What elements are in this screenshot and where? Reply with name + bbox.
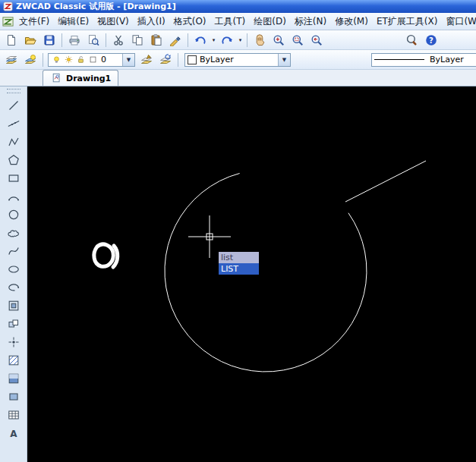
gradient-icon[interactable] (4, 369, 24, 388)
polygon-icon[interactable] (4, 151, 24, 169)
title-bar: ZWCAD Classic 试用版 - [Drawing1] (0, 0, 476, 13)
toolbar-separator (188, 33, 188, 47)
menu-item-0[interactable]: 文件(F) (15, 14, 53, 30)
menu-item-7[interactable]: 标注(N) (291, 14, 330, 30)
layer-properties-icon[interactable] (2, 52, 20, 68)
toolbar-separator (43, 53, 43, 67)
find-icon[interactable] (403, 32, 421, 49)
autocomplete-suggestion-list[interactable]: LIST (219, 263, 259, 275)
zoom-realtime-icon[interactable] (270, 32, 288, 49)
zoom-previous-icon[interactable] (307, 32, 326, 49)
make-layer-current-icon[interactable] (137, 52, 156, 68)
menu-item-3[interactable]: 插入(I) (134, 14, 169, 30)
insert-block-icon[interactable] (4, 297, 24, 315)
layer-combo[interactable]: 0 ▼ (48, 53, 135, 67)
linetype-combo-value: ByLayer (430, 55, 464, 64)
toolbar-separator (106, 33, 106, 47)
menu-item-9[interactable]: ET扩展工具(X) (373, 14, 442, 30)
rectangle-icon[interactable] (4, 169, 24, 187)
standard-toolbar: ▾▾? (0, 30, 476, 50)
dropdown-arrow-icon[interactable]: ▾ (237, 33, 244, 48)
hatch-icon[interactable] (4, 351, 24, 369)
svg-text:?: ? (429, 36, 433, 44)
layer-tool-icons (2, 52, 39, 68)
layer-combo-value: 0 (101, 55, 106, 64)
unlock-icon (75, 54, 87, 66)
copy-icon[interactable] (128, 32, 147, 49)
properties-toolbar: 0 ▼ ByLayer ▼ ByLayer (0, 50, 476, 70)
open-icon[interactable] (21, 32, 39, 49)
menu-item-6[interactable]: 绘图(D) (250, 14, 290, 30)
revcloud-icon[interactable] (4, 224, 24, 242)
toolbar-separator (61, 33, 62, 47)
xline-icon[interactable] (4, 115, 24, 133)
zoom-window-icon[interactable] (288, 32, 307, 49)
menu-item-1[interactable]: 编辑(E) (54, 14, 93, 30)
layer-action-icons (137, 52, 175, 68)
spline-icon[interactable] (4, 242, 24, 260)
draw-tool-icons: A (4, 96, 24, 442)
sun-icon (63, 54, 74, 66)
menu-item-10[interactable]: 窗口(W) (442, 14, 476, 30)
drawing-file-icon (50, 72, 63, 85)
make-block-icon[interactable] (4, 315, 24, 333)
color-combo[interactable]: ByLayer ▼ (184, 53, 291, 67)
help-icon[interactable]: ? (422, 32, 440, 49)
command-input-text: list (219, 252, 259, 263)
line-icon[interactable] (4, 96, 24, 115)
save-icon[interactable] (40, 32, 58, 49)
tab-label: Drawing1 (66, 74, 111, 83)
menu-item-2[interactable]: 视图(V) (93, 14, 133, 30)
draw-toolbar: A (0, 86, 27, 462)
current-color-swatch (188, 55, 197, 64)
svg-text:A: A (10, 429, 17, 439)
matchprops-icon[interactable] (166, 32, 184, 49)
polyline-icon[interactable] (4, 133, 24, 151)
paste-icon[interactable] (147, 32, 165, 49)
toolbar-drag-handle[interactable] (7, 89, 20, 93)
app-logo-icon (3, 2, 13, 11)
document-tabs: Drawing1 (43, 70, 118, 86)
menu-item-8[interactable]: 修改(M) (331, 14, 372, 30)
chevron-down-icon[interactable]: ▼ (278, 54, 290, 66)
window-title: ZWCAD Classic 试用版 - [Drawing1] (16, 1, 176, 12)
swatch-icon (87, 54, 99, 66)
new-icon[interactable] (2, 32, 20, 49)
linetype-sample-line (374, 59, 424, 60)
cut-icon[interactable] (109, 32, 128, 49)
toolbar-separator (247, 33, 247, 47)
zwcad-menu-icon[interactable] (2, 14, 14, 28)
plot-icon[interactable] (65, 32, 84, 49)
arc-icon[interactable] (4, 187, 24, 206)
chevron-down-icon[interactable]: ▼ (122, 54, 134, 66)
redo-icon[interactable] (218, 32, 236, 49)
layer-previous-icon[interactable] (156, 52, 175, 68)
dropdown-arrow-icon[interactable]: ▾ (210, 33, 217, 48)
menu-item-4[interactable]: 格式(O) (170, 14, 210, 30)
menu-bar-items: 文件(F)编辑(E)视图(V)插入(I)格式(O)工具(T)绘图(D)标注(N)… (15, 14, 476, 30)
circle-icon[interactable] (4, 206, 24, 224)
document-tab[interactable]: Drawing1 (43, 70, 118, 86)
menu-item-5[interactable]: 工具(T) (211, 14, 250, 30)
color-combo-value: ByLayer (200, 55, 234, 64)
point-icon[interactable] (4, 333, 24, 351)
linetype-combo[interactable]: ByLayer (371, 53, 476, 67)
region-icon[interactable] (4, 388, 24, 406)
ellipse-arc-icon[interactable] (4, 278, 24, 297)
mtext-icon[interactable]: A (4, 424, 24, 442)
layer-state-glyphs (51, 54, 99, 66)
layer-states-icon[interactable] (21, 52, 39, 68)
undo-icon[interactable] (191, 32, 210, 49)
bulb-on-icon (51, 54, 62, 66)
table-icon[interactable] (4, 406, 24, 424)
pan-icon[interactable] (251, 32, 269, 49)
toolbar-spacer (326, 39, 402, 40)
command-autocomplete: list LIST (219, 252, 259, 275)
document-tab-bar: Drawing1 (0, 70, 476, 86)
toolbar-separator (178, 53, 178, 67)
ellipse-icon[interactable] (4, 260, 24, 278)
menu-bar: 文件(F)编辑(E)视图(V)插入(I)格式(O)工具(T)绘图(D)标注(N)… (0, 13, 476, 30)
preview-icon[interactable] (84, 32, 102, 49)
